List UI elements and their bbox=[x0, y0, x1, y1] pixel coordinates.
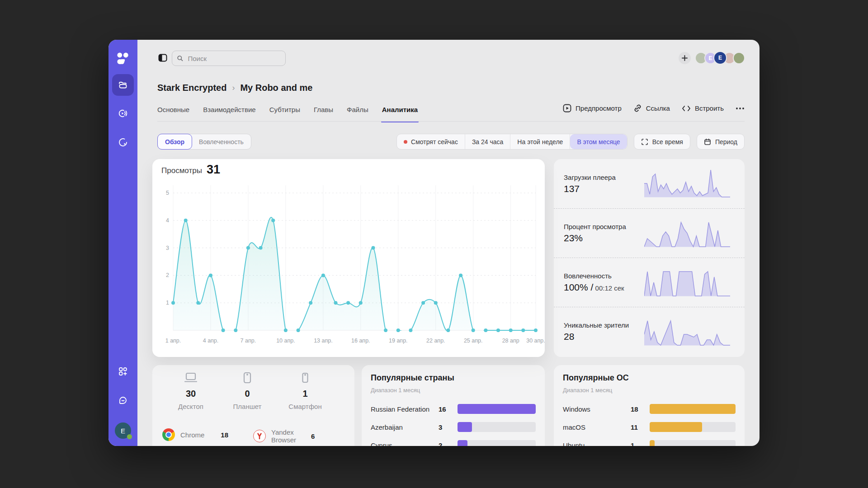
unique-viewers-sparkline bbox=[644, 315, 730, 349]
search-bar[interactable] bbox=[172, 51, 286, 66]
country-row: Cyprus 2 bbox=[371, 439, 536, 446]
filter-live-now[interactable]: Смотрят сейчас bbox=[397, 134, 465, 149]
views-total: 31 bbox=[207, 163, 220, 177]
filter-period[interactable]: Период bbox=[697, 134, 745, 150]
broadcast-play-icon bbox=[118, 108, 128, 119]
sidebar-toggle-button[interactable] bbox=[157, 52, 168, 63]
countries-title: Популярные страны bbox=[371, 373, 454, 383]
stats-panel: Загрузки плеера 137 Процент просмотра 23… bbox=[554, 159, 745, 357]
countries-range: Диапазон 1 месяц bbox=[371, 387, 420, 394]
svg-text:30 апр.: 30 апр. bbox=[526, 338, 545, 344]
country-row: Azerbaijan 3 bbox=[371, 421, 536, 433]
view-engagement-button[interactable]: Вовлеченность bbox=[192, 134, 251, 149]
play-preview-icon bbox=[563, 104, 571, 113]
filter-week[interactable]: На этой неделе bbox=[510, 134, 570, 149]
time-filter-bar: Смотрят сейчас За 24 часа На этой неделе… bbox=[396, 134, 745, 150]
tab-analytics[interactable]: Аналитика bbox=[382, 103, 418, 121]
search-input[interactable] bbox=[187, 54, 281, 63]
svg-text:25 апр.: 25 апр. bbox=[464, 338, 483, 344]
desktop-backdrop: E E E Stark Encrypted › bbox=[0, 0, 868, 488]
live-dot bbox=[404, 140, 407, 144]
tab-main[interactable]: Основные bbox=[157, 103, 189, 121]
player-loads-sparkline bbox=[644, 167, 730, 201]
kinescope-logo bbox=[112, 48, 134, 70]
view-overview-button[interactable]: Обзор bbox=[157, 134, 192, 150]
svg-text:5: 5 bbox=[166, 190, 169, 196]
views-chart-title: Просмотры bbox=[161, 166, 202, 175]
svg-text:28 апр: 28 апр bbox=[502, 338, 519, 344]
video-actions: Предпросмотр Ссылка Встроить bbox=[563, 104, 745, 113]
calendar-icon bbox=[704, 138, 711, 145]
device-desktop: 30 Десктоп bbox=[166, 371, 216, 410]
app-window: E E E Stark Encrypted › bbox=[108, 40, 760, 446]
svg-text:16 апр.: 16 апр. bbox=[351, 338, 370, 344]
sidebar-item-recordings[interactable] bbox=[112, 131, 134, 153]
play-circle-icon bbox=[118, 137, 128, 148]
time-range-group: Смотрят сейчас За 24 часа На этой неделе… bbox=[396, 134, 627, 150]
device-tablet: 0 Планшет bbox=[222, 371, 272, 410]
ellipsis-icon bbox=[736, 107, 745, 110]
svg-text:22 апр.: 22 апр. bbox=[426, 338, 445, 344]
svg-text:10 апр.: 10 апр. bbox=[276, 338, 295, 344]
os-range: Диапазон 1 месяц bbox=[563, 387, 612, 394]
expand-icon bbox=[641, 138, 648, 145]
more-button[interactable] bbox=[736, 107, 745, 110]
tab-interaction[interactable]: Взаимодействие bbox=[203, 103, 255, 121]
country-bar bbox=[458, 404, 536, 414]
link-button[interactable]: Ссылка bbox=[633, 104, 670, 113]
user-initial: E bbox=[121, 427, 125, 435]
svg-text:2: 2 bbox=[166, 272, 169, 278]
countries-panel: Популярные страны Диапазон 1 месяц Russi… bbox=[362, 365, 545, 446]
embed-button[interactable]: Встроить bbox=[682, 104, 724, 112]
breadcrumb-separator: › bbox=[232, 83, 235, 93]
svg-text:1 апр.: 1 апр. bbox=[165, 338, 181, 344]
svg-text:13 апр.: 13 апр. bbox=[314, 338, 333, 344]
tabs-divider bbox=[157, 121, 745, 122]
sidebar-toggle-icon bbox=[158, 53, 168, 63]
svg-text:7 апр.: 7 апр. bbox=[241, 338, 256, 344]
stat-unique-viewers: Уникальные зрители 28 bbox=[554, 307, 745, 356]
os-row: Ubuntu 1 bbox=[563, 439, 736, 446]
country-row: Russian Federation 16 bbox=[371, 403, 536, 415]
view-mode-toggle: Обзор Вовлеченность bbox=[157, 134, 251, 150]
avatar[interactable] bbox=[733, 52, 745, 64]
user-avatar[interactable]: E bbox=[115, 422, 131, 439]
filter-all-time[interactable]: Все время bbox=[634, 134, 690, 150]
code-icon bbox=[682, 105, 691, 112]
breadcrumb: Stark Encrypted › My Robo and me bbox=[157, 83, 312, 93]
sidebar-item-live[interactable] bbox=[112, 103, 134, 124]
apps-plus-icon bbox=[118, 366, 128, 377]
stat-engagement: Вовлеченность 100% / 00:12 сек bbox=[554, 258, 745, 307]
sidebar-item-support-chat[interactable] bbox=[112, 389, 134, 411]
tab-subtitles[interactable]: Субтитры bbox=[269, 103, 300, 121]
svg-text:3: 3 bbox=[166, 245, 169, 251]
os-row: macOS 11 bbox=[563, 421, 736, 433]
watch-percent-sparkline bbox=[644, 217, 730, 250]
folder-icon bbox=[118, 80, 128, 90]
breadcrumb-project[interactable]: Stark Encrypted bbox=[157, 83, 226, 93]
svg-text:4: 4 bbox=[166, 217, 169, 224]
avatar[interactable]: E bbox=[713, 51, 727, 65]
online-status-dot bbox=[127, 434, 132, 439]
tab-chapters[interactable]: Главы bbox=[314, 103, 333, 121]
plus-icon bbox=[682, 55, 688, 61]
sidebar-item-apps[interactable] bbox=[112, 361, 134, 382]
views-chart-card: Просмотры 31 123451 апр.4 апр.7 апр.10 а… bbox=[152, 159, 545, 357]
smartphone-icon bbox=[297, 371, 313, 386]
views-line-chart[interactable]: 123451 апр.4 апр.7 апр.10 апр.13 апр.16 … bbox=[152, 159, 545, 357]
os-title: Популярные ОС bbox=[563, 373, 629, 383]
stat-watch-percent: Процент просмотра 23% bbox=[554, 208, 745, 258]
add-member-button[interactable] bbox=[679, 52, 691, 64]
country-bar bbox=[458, 422, 536, 432]
search-icon bbox=[177, 55, 183, 62]
os-panel: Популярные ОС Диапазон 1 месяц Windows 1… bbox=[554, 365, 745, 446]
yandex-browser-icon bbox=[253, 430, 266, 442]
preview-button[interactable]: Предпросмотр bbox=[563, 104, 622, 113]
filter-month[interactable]: В этом месяце bbox=[570, 134, 627, 149]
engagement-sparkline bbox=[644, 266, 730, 300]
laptop-icon bbox=[183, 371, 198, 386]
sidebar-item-projects[interactable] bbox=[112, 74, 134, 96]
filter-24h[interactable]: За 24 часа bbox=[465, 134, 510, 149]
tab-files[interactable]: Файлы bbox=[347, 103, 368, 121]
os-bar bbox=[650, 422, 736, 432]
